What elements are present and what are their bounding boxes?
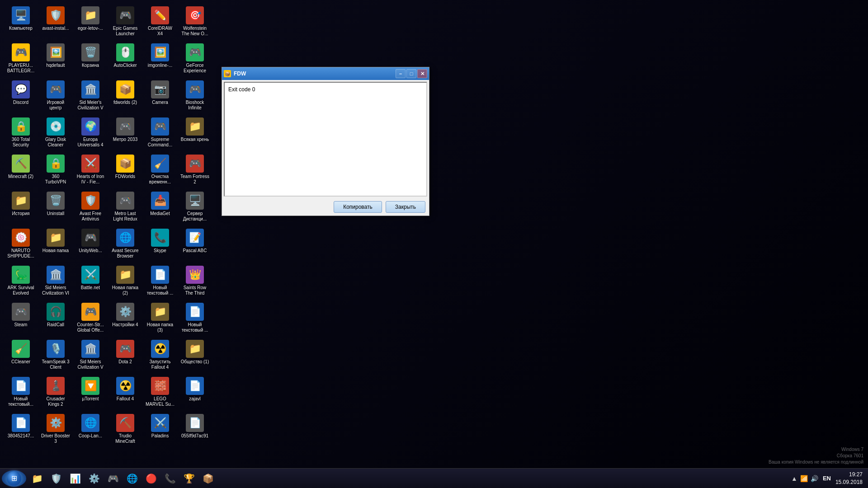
desktop-icon-uninstall[interactable]: 🗑️Uninstall: [39, 190, 72, 226]
desktop-icon-europa[interactable]: 🌍Europa Universalis 4: [74, 116, 107, 152]
close-button[interactable]: ✕: [417, 69, 427, 78]
desktop-icon-mediaget[interactable]: 📥MediaGet: [144, 190, 176, 226]
icon-label-metrolast: Metro Last Light Redux: [111, 211, 140, 222]
desktop-icon-geforce[interactable]: 🎮GeForce Experience: [179, 42, 211, 78]
taskbar-icon-misc[interactable]: 📦: [199, 470, 217, 487]
taskbar-icon-opera[interactable]: 🔴: [142, 470, 160, 487]
desktop-icon-360turbo[interactable]: 🔒360 TurboVPN: [39, 153, 72, 189]
desktop-icon-pubg[interactable]: 🎮PLAYERU... BATTLEGR...: [5, 42, 37, 78]
desktop-icon-hash[interactable]: 📄055lf9d7ac91: [179, 412, 211, 448]
desktop-icon-epic[interactable]: 🎮Epic Games Launcher: [109, 5, 142, 41]
desktop-icon-crusader[interactable]: ♟️Crusader Kings 2: [39, 375, 72, 411]
desktop-icon-fdworlds3[interactable]: 📦FDWorlds: [109, 153, 142, 189]
desktop-icon-launchfallout[interactable]: ☢️Запустить Fallout 4: [144, 338, 176, 374]
desktop-icon-obshchestvo[interactable]: 📁Общество (1): [179, 338, 211, 374]
desktop-icon-sidmeierscivVI[interactable]: 🏛️Sid Meiers Civilization VI: [39, 264, 72, 300]
language-button[interactable]: EN: [823, 475, 831, 482]
desktop-icon-glary[interactable]: 💿Glary Disk Cleaner: [39, 116, 72, 152]
desktop-icon-novpapka3[interactable]: 📁Новая папка (3): [144, 301, 176, 337]
desktop-icon-teamfortress[interactable]: 🎮Team Fortress 2: [179, 153, 211, 189]
close-dialog-button[interactable]: Закрыть: [386, 201, 425, 213]
desktop-icon-skype[interactable]: 📞Skype: [144, 227, 176, 263]
desktop-icon-coreldraw[interactable]: ✏️CorelDRAW X4: [144, 5, 176, 41]
desktop-icon-egor[interactable]: 📁egor-letov-...: [74, 5, 107, 41]
taskbar-icon-skype-tb[interactable]: 📞: [161, 470, 179, 487]
desktop-icon-paladins[interactable]: ⚔️Paladins: [144, 412, 176, 448]
copy-button[interactable]: Копировать: [334, 201, 382, 213]
desktop-icon-supreme[interactable]: 🎮Supreme Command...: [144, 116, 176, 152]
desktop-icon-minecraft2[interactable]: ⛏️Minecraft (2): [5, 153, 37, 189]
desktop-icon-ark[interactable]: 🦕ARK Survival Evolved: [5, 264, 37, 300]
desktop-icon-metrolast[interactable]: 🎮Metro Last Light Redux: [109, 190, 142, 226]
icon-img-fdworlds3: 📦: [116, 155, 134, 173]
desktop-icon-hqdefault[interactable]: 🖼️hqdefault: [39, 42, 72, 78]
taskbar-icon-settings[interactable]: ⚙️: [85, 470, 103, 487]
desktop-icon-novtext2[interactable]: 📄Новый текстовый ...: [179, 301, 211, 337]
desktop-icon-bioshock[interactable]: 🎮Bioshock Infinite: [179, 79, 211, 115]
desktop-icon-sidmeierscivV2[interactable]: 🏛️Sid Meiers Civilization V: [74, 338, 107, 374]
desktop-icon-korzina[interactable]: 🗑️Корзина: [74, 42, 107, 78]
clock[interactable]: 19:27 15.09.2018: [835, 471, 863, 486]
desktop-icon-novtext[interactable]: 📄Новый текстовый ...: [144, 264, 176, 300]
desktop-icon-computer[interactable]: 🖥️Компьютер: [5, 5, 37, 41]
taskbar-icon-bar3[interactable]: 📊: [66, 470, 84, 487]
desktop-icon-fallout4[interactable]: ☢️Fallout 4: [109, 375, 142, 411]
desktop-icon-unity[interactable]: 🎮UnityWeb...: [74, 227, 107, 263]
taskbar-icons: 📁🛡️📊⚙️🎮🌐🔴📞🏆📦: [28, 470, 791, 487]
desktop-icon-autoclicker[interactable]: 🖱️AutoClicker: [109, 42, 142, 78]
desktop-icon-server[interactable]: 🖥️Сервер Дистанци...: [179, 190, 211, 226]
desktop-icon-steam[interactable]: 🎮Steam: [5, 301, 37, 337]
taskbar-icon-explorer[interactable]: 📁: [28, 470, 46, 487]
desktop-icon-naruto[interactable]: 🍥NARUTO SHIPPUDE...: [5, 227, 37, 263]
icon-img-europa: 🌍: [81, 117, 99, 136]
taskbar-icon-unknown[interactable]: 🏆: [180, 470, 198, 487]
desktop-icon-utorrent[interactable]: 🔽µTorrent: [74, 375, 107, 411]
desktop-icon-igrovoy[interactable]: 🎮Игровой центр: [39, 79, 72, 115]
desktop-icon-saintsrow[interactable]: 👑Saints Row The Third: [179, 264, 211, 300]
desktop-icon-camera[interactable]: 📷Camera: [144, 79, 176, 115]
desktop-icon-novtext3[interactable]: 📄Новый текстовый...: [5, 375, 37, 411]
desktop-icon-avast[interactable]: 🛡️avast-instal...: [39, 5, 72, 41]
desktop-icon-trudio[interactable]: ⛏️Trudio MineCraft: [109, 412, 142, 448]
start-button[interactable]: ⊞: [2, 470, 26, 487]
taskbar-icon-browser[interactable]: 🌐: [123, 470, 141, 487]
desktop-icon-360security[interactable]: 🔒360 Total Security: [5, 116, 37, 152]
icon-label-counterstrike: Counter-Str... Global Offe...: [76, 322, 105, 333]
desktop-icon-zajavl[interactable]: 📄zajavl: [179, 375, 211, 411]
desktop-icon-pascalabc[interactable]: 📝Pascal ABC: [179, 227, 211, 263]
desktop-icon-counterstrike[interactable]: 🎮Counter-Str... Global Offe...: [74, 301, 107, 337]
desktop-icon-raidcall[interactable]: 🎧RaidCall: [39, 301, 72, 337]
desktop-icon-avastsecure[interactable]: 🌐Avast Secure Browser: [109, 227, 142, 263]
desktop-icon-teamspeak[interactable]: 🎙️TeamSpeak 3 Client: [39, 338, 72, 374]
taskbar-icon-dota2-tb[interactable]: 🎮: [104, 470, 122, 487]
desktop-icon-metro2033[interactable]: 🎮Метро 2033: [109, 116, 142, 152]
desktop-icon-dota2[interactable]: 🎮Dota 2: [109, 338, 142, 374]
icon-img-counterstrike: 🎮: [81, 303, 99, 321]
maximize-button[interactable]: □: [406, 69, 416, 78]
desktop-icon-ccleaner[interactable]: 🧹CCleaner: [5, 338, 37, 374]
desktop-icon-fdworlds2[interactable]: 📦fdworlds (2): [109, 79, 142, 115]
desktop-icon-istoriya[interactable]: 📁История: [5, 190, 37, 226]
tray-sound[interactable]: 🔊: [811, 475, 818, 482]
desktop-icon-avastfree[interactable]: 🛡️Avast Free Antivirus: [74, 190, 107, 226]
tray-network[interactable]: 📶: [800, 475, 808, 482]
desktop-icon-vsyakahren[interactable]: 📁Всякая хрень: [179, 116, 211, 152]
desktop-icon-battlenet[interactable]: ⚔️Battle.net: [74, 264, 107, 300]
desktop-icon-num380[interactable]: 📄380452147...: [5, 412, 37, 448]
minimize-button[interactable]: –: [396, 69, 406, 78]
desktop-icon-ochistka[interactable]: 🧹Очистка временн...: [144, 153, 176, 189]
desktop-icon-wolfenstein[interactable]: 🎯Wolfenstein The New O...: [179, 5, 211, 41]
desktop-icon-novpapka2[interactable]: 📁Новая папка (2): [109, 264, 142, 300]
desktop-icon-driverbooster[interactable]: ⚙️Driver Booster 3: [39, 412, 72, 448]
desktop-icon-civV[interactable]: 🏛️Sid Meier's Civilization V: [74, 79, 107, 115]
desktop-icon-discord[interactable]: 💬Discord: [5, 79, 37, 115]
taskbar-icon-avast-tb[interactable]: 🛡️: [47, 470, 65, 487]
desktop-icon-lego[interactable]: 🧱LEGO MARVEL Su...: [144, 375, 176, 411]
desktop-icon-heartsofiron[interactable]: ⚔️Hearts of Iron IV - Fie...: [74, 153, 107, 189]
desktop-icon-cooplan[interactable]: 🌐Coop-Lan...: [74, 412, 107, 448]
desktop-icon-novpapka[interactable]: 📁Новая папка: [39, 227, 72, 263]
icon-img-autoclicker: 🖱️: [116, 43, 134, 61]
desktop-icon-nastrojki[interactable]: ⚙️Настройки 4: [109, 301, 142, 337]
tray-icon-up[interactable]: ▲: [791, 475, 797, 482]
desktop-icon-imgonline[interactable]: 🖼️imgonline-...: [144, 42, 176, 78]
